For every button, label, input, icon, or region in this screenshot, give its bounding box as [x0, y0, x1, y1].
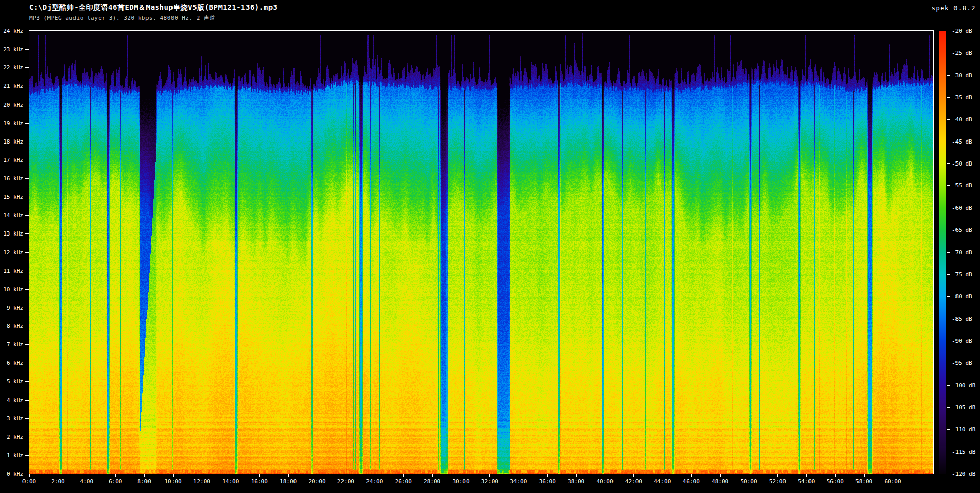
freq-tick [25, 86, 29, 86]
db-tick-label: -60 dB [952, 205, 972, 212]
time-tick-label: 56:00 [827, 478, 844, 485]
freq-tick-label: 1 kHz [1, 452, 23, 459]
time-tick-label: 22:00 [337, 478, 354, 485]
db-tick [947, 407, 950, 408]
freq-tick-label: 2 kHz [1, 434, 23, 440]
freq-tick [25, 455, 29, 456]
time-tick [403, 474, 404, 477]
db-tick-label: -65 dB [952, 227, 972, 233]
db-tick [947, 31, 950, 31]
db-tick-label: -55 dB [952, 182, 972, 189]
db-tick [947, 252, 950, 253]
freq-tick [25, 308, 29, 308]
spectrogram-canvas [29, 31, 933, 474]
db-tick [947, 341, 950, 341]
freq-tick [25, 400, 29, 401]
time-tick-label: 4:00 [80, 478, 94, 485]
time-tick [288, 474, 289, 477]
freq-tick-label: 20 kHz [1, 102, 23, 108]
time-tick [231, 474, 231, 477]
db-tick-label: -45 dB [952, 138, 972, 145]
time-tick-label: 44:00 [654, 478, 671, 485]
freq-tick [25, 215, 29, 216]
db-tick-label: -115 dB [952, 449, 975, 455]
time-tick [259, 474, 260, 477]
freq-tick [25, 363, 29, 363]
db-tick [947, 319, 950, 319]
db-tick-label: -35 dB [952, 94, 972, 101]
time-tick-label: 2:00 [51, 478, 65, 485]
time-tick-label: 30:00 [452, 478, 469, 485]
freq-tick [25, 123, 29, 124]
freq-tick [25, 105, 29, 105]
freq-tick-label: 3 kHz [1, 415, 23, 422]
time-tick-label: 24:00 [366, 478, 383, 485]
db-tick [947, 230, 950, 230]
db-tick [947, 119, 950, 120]
freq-tick-label: 11 kHz [1, 268, 23, 274]
time-tick-label: 28:00 [424, 478, 440, 485]
time-tick [547, 474, 548, 477]
db-tick-label: -75 dB [952, 271, 972, 278]
colorbar-gradient [939, 31, 946, 474]
time-tick-label: 34:00 [510, 478, 527, 485]
time-tick-label: 32:00 [481, 478, 498, 485]
freq-tick [25, 142, 29, 142]
db-tick [947, 363, 950, 363]
db-tick-label: -25 dB [952, 50, 972, 56]
time-tick [893, 474, 893, 477]
freq-tick [25, 344, 29, 345]
freq-tick-label: 9 kHz [1, 304, 23, 311]
freq-tick-label: 10 kHz [1, 286, 23, 293]
time-tick [461, 474, 461, 477]
db-tick-label: -30 dB [952, 72, 972, 79]
time-tick-label: 0:00 [22, 478, 36, 485]
db-tick [947, 75, 950, 76]
time-tick-label: 60:00 [884, 478, 901, 485]
time-tick-label: 52:00 [769, 478, 786, 485]
time-tick-label: 58:00 [855, 478, 872, 485]
time-tick-label: 54:00 [798, 478, 815, 485]
file-path-title: C:\Dj型酷帅-全印度语46首EDM＆Mashup串烧V5版(BPM121-1… [29, 3, 278, 12]
freq-tick [25, 474, 29, 474]
freq-tick [25, 49, 29, 50]
db-tick-label: -85 dB [952, 316, 972, 322]
time-tick [173, 474, 174, 477]
time-tick [87, 474, 87, 477]
freq-tick-label: 23 kHz [1, 46, 23, 53]
freq-tick-label: 6 kHz [1, 360, 23, 366]
time-tick-label: 16:00 [251, 478, 268, 485]
db-tick [947, 163, 950, 164]
time-tick [691, 474, 692, 477]
freq-tick [25, 381, 29, 382]
time-tick [663, 474, 663, 477]
time-tick [806, 474, 807, 477]
freq-tick [25, 233, 29, 234]
freq-tick-label: 13 kHz [1, 230, 23, 237]
time-tick [144, 474, 145, 477]
db-tick-label: -90 dB [952, 338, 972, 344]
db-tick-label: -100 dB [952, 382, 975, 389]
freq-tick-label: 17 kHz [1, 157, 23, 163]
freq-tick-label: 16 kHz [1, 175, 23, 182]
freq-tick-label: 21 kHz [1, 83, 23, 89]
freq-tick [25, 271, 29, 271]
freq-tick-label: 18 kHz [1, 138, 23, 145]
time-tick [605, 474, 605, 477]
time-tick [29, 474, 30, 477]
db-tick-label: -70 dB [952, 249, 972, 256]
freq-tick-label: 24 kHz [1, 28, 23, 34]
freq-tick-label: 0 kHz [1, 471, 23, 477]
freq-tick [25, 252, 29, 253]
time-tick-label: 8:00 [137, 478, 151, 485]
db-tick-label: -40 dB [952, 116, 972, 123]
freq-tick-label: 14 kHz [1, 212, 23, 219]
freq-tick [25, 178, 29, 179]
time-tick-label: 14:00 [222, 478, 239, 485]
time-tick [749, 474, 749, 477]
db-tick-label: -50 dB [952, 160, 972, 167]
time-tick [576, 474, 577, 477]
db-tick [947, 142, 950, 142]
time-tick [317, 474, 317, 477]
freq-tick [25, 31, 29, 31]
